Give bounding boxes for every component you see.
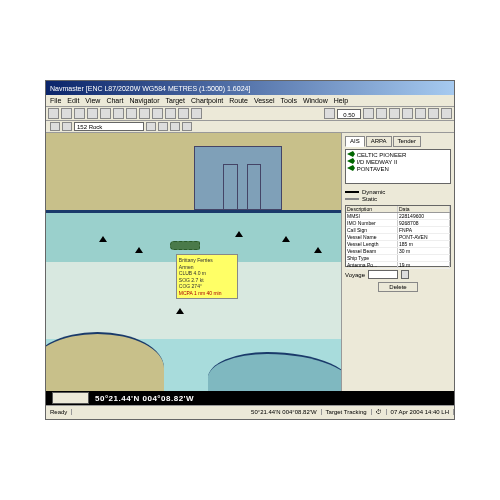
menu-vessel[interactable]: Vessel	[254, 97, 275, 104]
tool-f-icon[interactable]	[441, 108, 452, 119]
toolbar-secondary: 152 Rock	[46, 121, 454, 133]
tool-c-icon[interactable]	[402, 108, 413, 119]
target-details-grid[interactable]: DescriptionData MMSI228149600 IMO Number…	[345, 205, 451, 267]
scale-input[interactable]: 0.50	[337, 109, 361, 119]
ship-icon	[347, 158, 355, 164]
legend-dynamic-label: Dynamic	[362, 189, 385, 195]
status-ready: Ready	[46, 409, 72, 415]
tool-a-icon[interactable]	[376, 108, 387, 119]
buoy-marker-icon	[176, 308, 184, 314]
target-item[interactable]: PONTAVEN	[347, 165, 449, 172]
chart-action1-icon[interactable]	[146, 122, 156, 131]
chart-action2-icon[interactable]	[158, 122, 168, 131]
menu-tools[interactable]: Tools	[281, 97, 297, 104]
tool-pan-icon[interactable]	[113, 108, 124, 119]
buoy-marker-icon	[235, 231, 243, 237]
tool-scale-plus-icon[interactable]	[363, 108, 374, 119]
grid-row: Vessel Beam30 m	[346, 248, 450, 255]
grid-header-desc: Description	[346, 206, 398, 212]
target-item[interactable]: I/D MEDWAY II	[347, 158, 449, 165]
tool-layers-icon[interactable]	[178, 108, 189, 119]
tool-info-icon[interactable]	[191, 108, 202, 119]
chart-action3-icon[interactable]	[170, 122, 180, 131]
grid-row: Vessel NamePONT-AVEN	[346, 234, 450, 241]
menu-chartpoint[interactable]: Chartpoint	[191, 97, 223, 104]
coordinate-readout: 50°21.44'N 004°08.82'W	[95, 394, 194, 403]
land-mass-sw	[46, 332, 164, 391]
grid-row: Call SignFNPA	[346, 227, 450, 234]
grid-row: MMSI228149600	[346, 213, 450, 220]
target-list[interactable]: CELTIC PIONEER I/D MEDWAY II PONTAVEN	[345, 149, 451, 184]
panel-tabs: AIS ARPA Tender	[345, 136, 451, 147]
legend-static-label: Static	[362, 196, 377, 202]
menu-window[interactable]: Window	[303, 97, 328, 104]
status-center-coord: 50°21.44'N 004°08.82'W	[247, 409, 321, 415]
toolbar-main: 0.50	[46, 107, 454, 121]
chart-canvas[interactable]: Brittany Ferries Armen CLUB 4.0 m SOG 2.…	[46, 133, 342, 391]
menu-edit[interactable]: Edit	[67, 97, 79, 104]
tool-b-icon[interactable]	[389, 108, 400, 119]
nav-prev-icon[interactable]	[50, 122, 60, 131]
buoy-marker-icon	[99, 236, 107, 242]
buoy-marker-icon	[135, 247, 143, 253]
tab-tender[interactable]: Tender	[393, 136, 421, 147]
legend: Dynamic Static	[345, 188, 451, 203]
chart-selector[interactable]: 152 Rock	[74, 122, 144, 131]
target-item[interactable]: CELTIC PIONEER	[347, 151, 449, 158]
legend-static-swatch-icon	[345, 198, 359, 200]
svg-marker-1	[347, 158, 355, 164]
tool-zoom-out-icon[interactable]	[100, 108, 111, 119]
menu-chart[interactable]: Chart	[106, 97, 123, 104]
status-datetime: 07 Apr 2004 14:40 LH	[387, 409, 454, 415]
voyage-stepper-icon[interactable]	[401, 270, 409, 279]
pier-1	[223, 164, 238, 210]
tool-open-icon[interactable]	[48, 108, 59, 119]
svg-marker-2	[347, 165, 355, 171]
ship-icon	[347, 151, 355, 157]
grid-row: Antenna Po...19 m	[346, 262, 450, 269]
menu-help[interactable]: Help	[334, 97, 348, 104]
coordinate-bar: 50°21.44'N 004°08.82'W	[46, 391, 454, 405]
chart-action4-icon[interactable]	[182, 122, 192, 131]
delete-button[interactable]: Delete	[378, 282, 418, 292]
tool-target-icon[interactable]	[139, 108, 150, 119]
menu-view[interactable]: View	[85, 97, 100, 104]
own-vessel-icon[interactable]	[170, 241, 200, 250]
tab-arpa[interactable]: ARPA	[366, 136, 392, 147]
tool-save-icon[interactable]	[61, 108, 72, 119]
target-panel: AIS ARPA Tender CELTIC PIONEER I/D MEDWA…	[342, 133, 454, 391]
tool-scale-minus-icon[interactable]	[324, 108, 335, 119]
status-clock-icon: ⏱	[372, 409, 387, 415]
pier-2	[247, 164, 262, 210]
tab-ais[interactable]: AIS	[345, 136, 365, 147]
app-title: Navmaster [ENC L87/2020W WG584 METRES (1…	[50, 85, 250, 92]
tool-route-icon[interactable]	[152, 108, 163, 119]
nav-next-icon[interactable]	[62, 122, 72, 131]
vessel-tooltip: Brittany Ferries Armen CLUB 4.0 m SOG 2.…	[176, 254, 238, 299]
title-bar[interactable]: Navmaster [ENC L87/2020W WG584 METRES (1…	[46, 81, 454, 95]
grid-row: Ship Type	[346, 255, 450, 262]
tool-waypoint-icon[interactable]	[165, 108, 176, 119]
legend-dynamic-swatch-icon	[345, 191, 359, 193]
dock-structure	[194, 146, 283, 211]
tool-d-icon[interactable]	[415, 108, 426, 119]
voyage-input[interactable]	[368, 270, 398, 279]
tool-e-icon[interactable]	[428, 108, 439, 119]
buoy-marker-icon	[282, 236, 290, 242]
main-area: Brittany Ferries Armen CLUB 4.0 m SOG 2.…	[46, 133, 454, 391]
tool-print-icon[interactable]	[74, 108, 85, 119]
app-window: Navmaster [ENC L87/2020W WG584 METRES (1…	[45, 80, 455, 420]
grid-header-data: Data	[398, 206, 450, 212]
status-bar: Ready 50°21.44'N 004°08.82'W Target Trac…	[46, 405, 454, 417]
menu-target[interactable]: Target	[165, 97, 184, 104]
tool-measure-icon[interactable]	[126, 108, 137, 119]
land-mass-se	[208, 352, 342, 391]
menu-file[interactable]: File	[50, 97, 61, 104]
menu-bar: File Edit View Chart Navigator Target Ch…	[46, 95, 454, 107]
tool-zoom-in-icon[interactable]	[87, 108, 98, 119]
status-tracking: Target Tracking	[322, 409, 372, 415]
menu-navigator[interactable]: Navigator	[130, 97, 160, 104]
menu-route[interactable]: Route	[229, 97, 248, 104]
grid-row: Vessel Length185 m	[346, 241, 450, 248]
voyage-row: Voyage	[345, 270, 451, 279]
